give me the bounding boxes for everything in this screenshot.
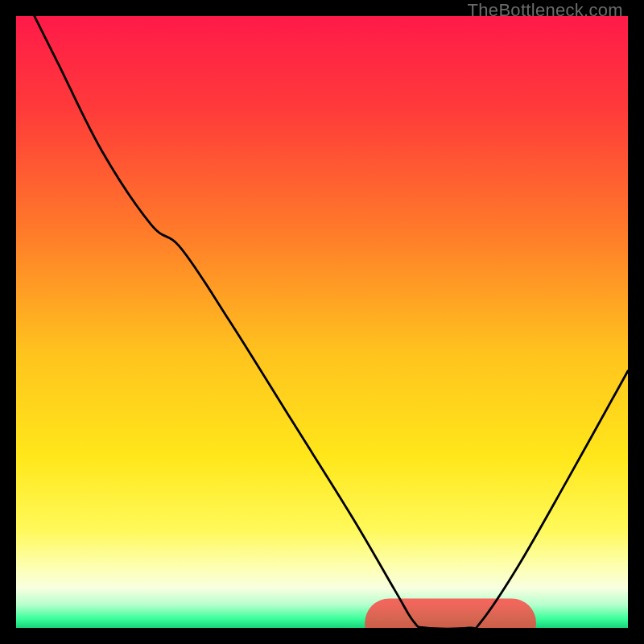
optimum-marker	[365, 598, 536, 628]
svg-rect-0	[365, 598, 536, 628]
chart-frame	[16, 16, 628, 628]
watermark-text: TheBottleneck.com	[468, 0, 623, 21]
chart-svg	[16, 16, 628, 628]
